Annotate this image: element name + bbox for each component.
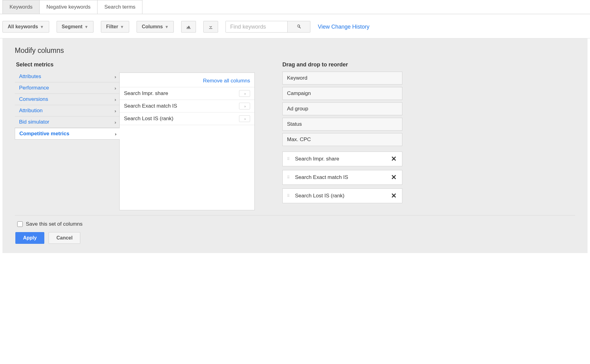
- drag-handle-icon: ⠿: [287, 177, 293, 178]
- filter-dropdown[interactable]: Filter ▼: [101, 21, 129, 33]
- metric-row: Search Lost IS (rank) ››: [120, 112, 254, 125]
- locked-col-ad-group: Ad group: [282, 102, 402, 115]
- metric-cat-label: Performance: [19, 85, 49, 91]
- locked-col-campaign: Campaign: [282, 87, 402, 100]
- download-icon: [208, 24, 213, 30]
- columns-dropdown[interactable]: Columns ▼: [137, 21, 174, 33]
- metric-row: Search Exact match IS ››: [120, 100, 254, 112]
- metric-row: Search Impr. share ››: [120, 87, 254, 100]
- search-box: [225, 21, 310, 33]
- search-input[interactable]: [226, 21, 287, 32]
- filter-label: Filter: [106, 24, 118, 30]
- locked-col-status: Status: [282, 118, 402, 131]
- metric-cat-attributes[interactable]: Attributes ››: [15, 71, 119, 82]
- metric-cat-label: Attributes: [19, 73, 41, 80]
- chart-icon: [186, 24, 191, 30]
- metric-cat-label: Competitive metrics: [19, 131, 70, 137]
- metric-cat-conversions[interactable]: Conversions ››: [15, 94, 119, 105]
- search-button[interactable]: [287, 21, 310, 32]
- reorder-column: Drag and drop to reorder Keyword Campaig…: [282, 61, 402, 207]
- metrics-categories: Select metrics Attributes ›› Performance…: [15, 61, 119, 140]
- metric-row-label: Search Exact match IS: [124, 103, 177, 109]
- metric-list: Remove all columns Search Impr. share ››…: [119, 73, 255, 210]
- draggable-label: Search Exact match IS: [295, 174, 390, 180]
- segment-dropdown[interactable]: Segment ▼: [57, 21, 94, 33]
- chevrons-right-icon: ››: [114, 120, 115, 125]
- metric-cat-performance[interactable]: Performance ››: [15, 82, 119, 94]
- locked-col-max-cpc: Max. CPC: [282, 133, 402, 146]
- chevrons-right-icon: ››: [114, 108, 115, 113]
- reorder-title: Drag and drop to reorder: [282, 61, 402, 68]
- metric-row-label: Search Lost IS (rank): [124, 116, 173, 122]
- segment-label: Segment: [62, 24, 83, 30]
- chevrons-right-icon: ››: [114, 85, 115, 91]
- locked-col-keyword: Keyword: [282, 72, 402, 85]
- view-change-history-link[interactable]: View Change History: [318, 24, 369, 30]
- metric-cat-label: Conversions: [19, 96, 48, 102]
- panel-actions: Apply Cancel: [15, 232, 575, 244]
- chart-button[interactable]: [181, 21, 196, 33]
- columns-label: Columns: [142, 24, 163, 30]
- draggable-col[interactable]: ⠿ Search Impr. share ✕: [282, 152, 402, 166]
- metric-row-label: Search Impr. share: [124, 90, 168, 97]
- metric-cat-bid-simulator[interactable]: Bid simulator ››: [15, 117, 119, 128]
- apply-button[interactable]: Apply: [15, 232, 44, 244]
- draggable-label: Search Impr. share: [295, 156, 390, 162]
- remove-all-columns-link[interactable]: Remove all columns: [120, 73, 254, 87]
- add-metric-button[interactable]: ››: [239, 115, 250, 122]
- remove-column-icon[interactable]: ✕: [390, 155, 398, 163]
- cancel-button[interactable]: Cancel: [49, 232, 80, 244]
- select-metrics-title: Select metrics: [15, 61, 119, 68]
- metric-cat-label: Attribution: [19, 108, 43, 114]
- save-columns-label[interactable]: Save this set of columns: [26, 221, 82, 227]
- caret-down-icon: ▼: [40, 25, 44, 29]
- tab-keywords[interactable]: Keywords: [2, 0, 40, 14]
- chevrons-right-icon: ››: [114, 97, 115, 102]
- metric-cat-label: Bid simulator: [19, 119, 49, 125]
- add-metric-button[interactable]: ››: [239, 103, 250, 109]
- drag-handle-icon: ⠿: [287, 195, 293, 197]
- metric-cat-attribution[interactable]: Attribution ››: [15, 105, 119, 117]
- draggable-label: Search Lost IS (rank): [295, 193, 390, 199]
- tabs: Keywords Negative keywords Search terms: [0, 0, 590, 14]
- remove-column-icon[interactable]: ✕: [390, 192, 398, 200]
- remove-column-icon[interactable]: ✕: [390, 173, 398, 181]
- metric-cat-competitive-metrics[interactable]: Competitive metrics ››: [15, 128, 120, 140]
- caret-down-icon: ▼: [84, 25, 88, 29]
- drag-handle-icon: ⠿: [287, 158, 293, 160]
- save-columns-row: Save this set of columns: [15, 221, 575, 227]
- draggable-col[interactable]: ⠿ Search Lost IS (rank) ✕: [282, 188, 402, 203]
- chevrons-right-icon: ››: [115, 131, 115, 136]
- tab-search-terms[interactable]: Search terms: [98, 0, 142, 14]
- download-button[interactable]: [203, 21, 218, 33]
- toolbar: All keywords ▼ Segment ▼ Filter ▼ Column…: [0, 21, 590, 38]
- caret-down-icon: ▼: [120, 25, 124, 29]
- tab-negative-keywords[interactable]: Negative keywords: [40, 0, 98, 14]
- modify-columns-panel: Modify columns Select metrics Attributes…: [2, 38, 588, 253]
- panel-title: Modify columns: [15, 46, 575, 55]
- all-keywords-label: All keywords: [8, 24, 38, 30]
- save-columns-checkbox[interactable]: [17, 221, 23, 227]
- draggable-col[interactable]: ⠿ Search Exact match IS ✕: [282, 170, 402, 185]
- caret-down-icon: ▼: [165, 25, 169, 29]
- all-keywords-dropdown[interactable]: All keywords ▼: [2, 21, 49, 33]
- search-icon: [296, 24, 302, 29]
- add-metric-button[interactable]: ››: [239, 90, 250, 97]
- chevrons-right-icon: ››: [114, 74, 115, 79]
